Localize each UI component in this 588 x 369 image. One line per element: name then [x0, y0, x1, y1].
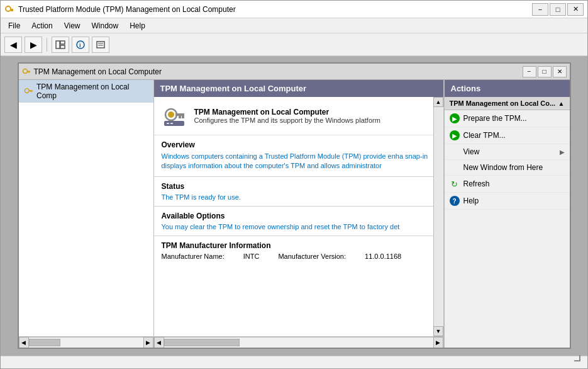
view-arrow-icon: ▶: [560, 149, 565, 156]
action-clear-tpm[interactable]: ▶ Clear TPM...: [445, 127, 570, 144]
svg-rect-4: [56, 41, 60, 48]
title-bar: Trusted Platform Module (TPM) Management…: [1, 1, 587, 18]
manuf-version-label: Manufacturer Version:: [278, 253, 346, 260]
manuf-row: Manufacturer Name: INTC Manufacturer Ver…: [162, 253, 436, 260]
properties-button[interactable]: [92, 37, 109, 53]
center-content: TPM Management on Local Computer Configu…: [154, 97, 443, 336]
options-title: Available Options: [162, 212, 436, 220]
outer-window-title: Trusted Platform Module (TPM) Management…: [18, 5, 236, 14]
status-text: The TPM is ready for use.: [162, 193, 436, 201]
svg-text:i: i: [79, 42, 81, 48]
close-btn[interactable]: ✕: [567, 3, 584, 16]
mmc-minimize-btn[interactable]: −: [523, 66, 536, 77]
center-scroll-track: [164, 337, 433, 348]
tpm-main-icon: [162, 103, 187, 128]
svg-rect-14: [29, 72, 30, 73]
info-block: TPM Management on Local Computer Configu…: [154, 97, 443, 135]
options-text: You may clear the TPM to remove ownershi…: [162, 223, 436, 230]
title-bar-left: Trusted Platform Module (TPM) Management…: [4, 4, 236, 14]
toolbar: ◀ ▶ i: [1, 33, 587, 56]
left-scroll-right[interactable]: ▶: [143, 337, 153, 348]
mmc-body: TPM Management on Local Comp ◀ ▶ TPM Man: [19, 80, 570, 348]
center-inner: TPM Management on Local Computer Configu…: [154, 97, 443, 265]
action-pane-button[interactable]: i: [72, 37, 89, 53]
svg-rect-1: [10, 9, 13, 10]
action-new-window[interactable]: New Window from Here: [445, 160, 570, 176]
svg-rect-23: [182, 116, 184, 118]
mmc-restore-btn[interactable]: □: [538, 66, 552, 77]
actions-panel: Actions TPM Management on Local Co... ▲ …: [444, 80, 570, 348]
overview-section: Overview Windows computers containing a …: [154, 135, 443, 177]
svg-rect-3: [11, 10, 12, 11]
svg-rect-24: [179, 116, 181, 118]
toolbar-separator: [47, 38, 47, 52]
mmc-close-btn[interactable]: ✕: [553, 66, 567, 77]
status-bar: [1, 356, 587, 368]
mmc-title-left: TPM Management on Local Computer: [22, 67, 162, 76]
menu-action[interactable]: Action: [26, 20, 57, 31]
console-tree-button[interactable]: [52, 37, 69, 53]
info-text: TPM Management on Local Computer Configu…: [194, 108, 380, 124]
action-prepare-tpm[interactable]: ▶ Prepare the TPM...: [445, 110, 570, 127]
prepare-tpm-icon: ▶: [450, 113, 460, 123]
left-panel-item[interactable]: TPM Management on Local Comp: [19, 80, 153, 103]
manuf-section: TPM Manufacturer Information Manufacture…: [154, 236, 443, 265]
svg-rect-9: [97, 42, 104, 48]
svg-point-0: [6, 6, 11, 11]
view-label: View: [450, 147, 480, 156]
svg-point-21: [168, 111, 174, 118]
inner-area: TPM Management on Local Computer − □ ✕: [1, 56, 587, 356]
status-section: Status The TPM is ready for use.: [154, 177, 443, 207]
mmc-window-title: TPM Management on Local Computer: [34, 67, 162, 76]
menu-file[interactable]: File: [3, 20, 25, 31]
center-panel: TPM Management on Local Computer: [154, 80, 444, 348]
status-title: Status: [162, 182, 436, 191]
left-panel: TPM Management on Local Comp ◀ ▶: [19, 80, 154, 348]
new-window-label: New Window from Here: [450, 163, 543, 172]
menu-view[interactable]: View: [59, 20, 86, 31]
refresh-label: Refresh: [463, 179, 490, 188]
back-button[interactable]: ◀: [4, 37, 22, 53]
resize-handle[interactable]: [574, 355, 580, 361]
action-help[interactable]: ? Help: [445, 193, 570, 210]
outer-window: Trusted Platform Module (TPM) Management…: [0, 0, 588, 369]
svg-rect-17: [28, 90, 32, 91]
mmc-window: TPM Management on Local Computer − □ ✕: [18, 62, 571, 349]
center-scroll-thumb: [164, 339, 240, 346]
svg-point-16: [25, 89, 29, 93]
left-panel-label: TPM Management on Local Comp: [36, 82, 148, 100]
tpm-tree-icon: [24, 86, 34, 96]
actions-header-text: Actions: [451, 84, 481, 93]
info-subtitle: Configures the TPM and its support by th…: [194, 116, 380, 124]
action-refresh[interactable]: ↻ Refresh: [445, 176, 570, 193]
actions-subheader-text: TPM Management on Local Co...: [450, 99, 556, 107]
manuf-title: TPM Manufacturer Information: [162, 241, 436, 250]
center-scroll-right[interactable]: ▶: [433, 337, 443, 348]
svg-rect-2: [12, 10, 13, 11]
scroll-down-btn[interactable]: ▼: [433, 326, 443, 336]
left-scroll-left[interactable]: ◀: [19, 337, 29, 348]
left-panel-scrollbar: ◀ ▶: [19, 336, 153, 348]
svg-rect-6: [60, 45, 65, 48]
scroll-up-btn[interactable]: ▲: [433, 97, 443, 107]
center-scroll-left[interactable]: ◀: [154, 337, 164, 348]
overview-text: Windows computers containing a Trusted P…: [162, 152, 436, 171]
center-header-text: TPM Management on Local Computer: [160, 84, 307, 93]
forward-button[interactable]: ▶: [25, 37, 42, 53]
tpm-icon: [4, 4, 14, 14]
maximize-btn[interactable]: □: [550, 3, 566, 16]
svg-rect-15: [28, 72, 29, 73]
minimize-btn[interactable]: −: [532, 3, 548, 16]
left-scroll-track: [29, 337, 143, 348]
manuf-version-value: 11.0.0.1168: [365, 253, 401, 260]
menu-window[interactable]: Window: [87, 20, 124, 31]
chevron-up-icon: ▲: [558, 100, 565, 107]
menu-help[interactable]: Help: [125, 20, 150, 31]
refresh-icon: ↻: [450, 179, 460, 189]
svg-rect-19: [30, 91, 31, 92]
manuf-name-value: INTC: [243, 253, 260, 260]
help-label: Help: [463, 196, 479, 205]
action-view[interactable]: View ▶: [445, 144, 570, 160]
mmc-title-bar: TPM Management on Local Computer − □ ✕: [19, 64, 570, 80]
overview-title: Overview: [162, 140, 436, 149]
